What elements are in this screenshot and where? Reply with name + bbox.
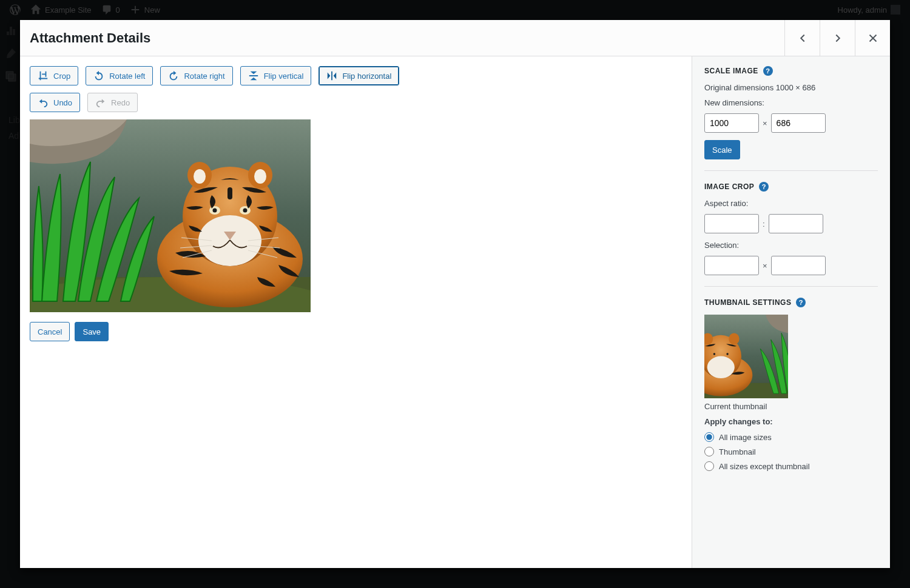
aspect-ratio-label: Aspect ratio: (704, 199, 878, 208)
dimension-times-icon: × (763, 261, 767, 270)
current-thumbnail-label: Current thumbnail (704, 402, 878, 411)
crop-button[interactable]: Crop (30, 66, 78, 85)
close-icon (866, 32, 880, 45)
redo-button: Redo (87, 93, 138, 112)
rotate-left-label: Rotate left (109, 72, 145, 81)
rotate-left-icon (93, 70, 104, 81)
previous-attachment-button[interactable] (784, 20, 820, 56)
crop-label: Crop (53, 72, 70, 81)
crop-heading-text: IMAGE CROP (704, 182, 754, 191)
svg-point-31 (707, 356, 735, 378)
image-editor-pane: Crop Rotate left Rotate right Flip verti… (20, 56, 692, 568)
section-divider (704, 170, 878, 171)
svg-point-11 (254, 169, 266, 184)
redo-icon (95, 97, 106, 108)
crop-icon (38, 70, 49, 81)
scale-width-input[interactable] (704, 113, 759, 133)
image-edit-sidebar: SCALE IMAGE ? Original dimensions 1000 ×… (692, 56, 890, 568)
svg-rect-17 (228, 187, 232, 199)
ratio-colon-icon: : (763, 219, 765, 229)
dimension-times-icon: × (763, 119, 767, 128)
help-icon[interactable]: ? (796, 298, 806, 307)
undo-icon (38, 97, 49, 108)
flip-vertical-label: Flip vertical (264, 72, 304, 81)
undo-label: Undo (53, 98, 72, 107)
flip-vertical-icon (248, 70, 259, 81)
apply-thumbnail-label: Thumbnail (719, 447, 756, 456)
cancel-button[interactable]: Cancel (30, 322, 70, 341)
new-dimensions-label: New dimensions: (704, 98, 878, 107)
apply-except-thumbnail-radio[interactable] (704, 461, 714, 471)
attachment-details-modal: Attachment Details Crop Rotate left (20, 20, 890, 568)
svg-point-10 (194, 169, 206, 184)
selection-height-input[interactable] (771, 256, 826, 275)
image-crop-heading: IMAGE CROP ? (704, 182, 878, 192)
current-thumbnail-preview (704, 315, 788, 398)
aspect-height-input[interactable] (769, 214, 823, 233)
svg-point-16 (243, 209, 248, 213)
modal-header: Attachment Details (20, 20, 890, 56)
apply-all-sizes-radio[interactable] (704, 432, 714, 442)
scale-height-input[interactable] (771, 113, 826, 133)
redo-label: Redo (111, 98, 130, 107)
scale-button[interactable]: Scale (704, 140, 740, 159)
modal-title: Attachment Details (20, 20, 160, 56)
svg-point-32 (726, 353, 728, 355)
help-icon[interactable]: ? (763, 66, 773, 76)
svg-point-33 (713, 353, 715, 355)
selection-width-input[interactable] (704, 256, 759, 275)
apply-except-thumbnail-option[interactable]: All sizes except thumbnail (704, 461, 878, 471)
scale-heading-text: SCALE IMAGE (704, 67, 758, 75)
apply-thumbnail-option[interactable]: Thumbnail (704, 447, 878, 456)
svg-point-15 (213, 209, 217, 213)
attachment-image (30, 119, 311, 312)
flip-horizontal-icon (326, 70, 337, 81)
image-canvas[interactable] (30, 119, 311, 312)
selection-label: Selection: (704, 241, 878, 250)
rotate-right-label: Rotate right (184, 72, 224, 81)
svg-point-29 (729, 333, 739, 344)
apply-all-sizes-label: All image sizes (719, 433, 772, 442)
chevron-left-icon (796, 32, 809, 45)
apply-all-sizes-option[interactable]: All image sizes (704, 432, 878, 442)
thumbnail-settings-heading: THUMBNAIL SETTINGS ? (704, 298, 878, 307)
rotate-right-button[interactable]: Rotate right (160, 66, 232, 85)
aspect-width-input[interactable] (704, 214, 759, 233)
flip-horizontal-button[interactable]: Flip horizontal (318, 66, 399, 85)
scale-image-heading: SCALE IMAGE ? (704, 66, 878, 76)
close-modal-button[interactable] (855, 20, 890, 56)
save-button[interactable]: Save (75, 322, 109, 341)
flip-vertical-button[interactable]: Flip vertical (240, 66, 312, 85)
original-dimensions-text: Original dimensions 1000 × 686 (704, 83, 878, 92)
chevron-right-icon (831, 32, 844, 45)
apply-changes-label: Apply changes to: (704, 417, 878, 426)
next-attachment-button[interactable] (820, 20, 855, 56)
help-icon[interactable]: ? (759, 182, 769, 192)
rotate-right-icon (168, 70, 179, 81)
flip-horizontal-label: Flip horizontal (342, 72, 391, 81)
thumb-heading-text: THUMBNAIL SETTINGS (704, 298, 791, 307)
undo-button[interactable]: Undo (30, 93, 80, 112)
section-divider (704, 286, 878, 287)
rotate-left-button[interactable]: Rotate left (86, 66, 153, 85)
apply-except-thumbnail-label: All sizes except thumbnail (719, 462, 810, 471)
apply-thumbnail-radio[interactable] (704, 447, 714, 456)
